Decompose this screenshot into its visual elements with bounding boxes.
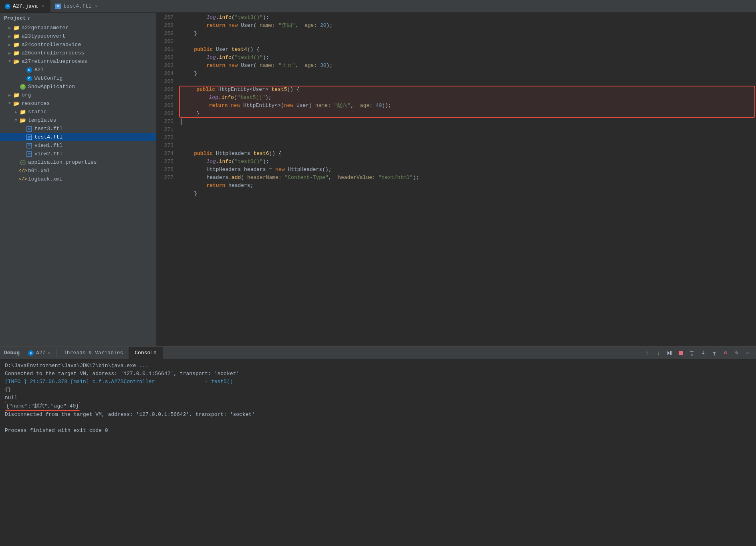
step-over-btn[interactable] — [687, 348, 697, 358]
code-lines[interactable]: log.info("test3()"); return new User( na… — [178, 13, 756, 346]
tree-item-A27class-label: A27 — [34, 67, 44, 73]
tree-item-WebConfig-label: WebConfig — [34, 75, 62, 81]
chevron-down-icon: ▼ — [13, 118, 19, 122]
highlighted-block: public HttpEntity<User> test5() { log.in… — [181, 86, 754, 118]
tab-console[interactable]: Console — [129, 347, 163, 359]
tree-item-a27[interactable]: ▼ 📂 a27returnvalueprocess — [0, 57, 156, 66]
code-line-258: return new User( name: "李四", age: 20); — [178, 22, 756, 30]
tree-item-a24[interactable]: ▶ 📁 a24controlleradvice — [0, 40, 156, 49]
main-area: Project ∨ ▶ 📁 a22getparameter ▶ 📁 a23typ… — [0, 13, 756, 346]
code-editor: 257 258 259 260 261 262 263 264 265 266 … — [156, 13, 756, 346]
code-line-268: return new HttpEntity<>(new User( name: … — [181, 102, 754, 110]
code-line-259: } — [178, 30, 756, 38]
debug-session-label: A27 — [36, 350, 45, 356]
ftl-file-icon — [26, 143, 33, 149]
step-into-btn[interactable] — [698, 348, 708, 358]
clear-btn[interactable]: ⊘ — [721, 348, 730, 358]
code-line-269: } — [181, 110, 754, 118]
ftl-file-icon — [26, 126, 33, 132]
tree-item-a26-label: a26controllerprocess — [22, 50, 84, 56]
code-line-271: public HttpHeaders test6() { — [178, 150, 756, 158]
bottom-tabs-bar: Debug C A27 ✕ Threads & Variables Consol… — [0, 347, 756, 359]
folder-icon: 📁 — [13, 34, 20, 39]
chevron-right-icon: ▶ — [6, 51, 13, 56]
tab-test4ftl-close[interactable]: ✕ — [94, 3, 99, 9]
tree-item-templates[interactable]: ▼ 📂 templates — [0, 116, 156, 124]
tab-a27java[interactable]: C A27.java ✕ — [0, 0, 50, 12]
tree-item-a26[interactable]: ▶ 📁 a26controllerprocess — [0, 49, 156, 57]
tree-item-a23[interactable]: ▶ 📁 a23typeconvert — [0, 32, 156, 40]
chevron-right-icon: ▶ — [13, 110, 19, 114]
tab-test4ftl[interactable]: ≡ test4.ftl ✕ — [50, 0, 104, 12]
xml-icon: </> — [19, 168, 26, 174]
tree-item-a22-label: a22getparameter — [22, 25, 69, 31]
tree-item-resources[interactable]: ▼ 📂 resources — [0, 99, 156, 108]
tree-item-test3ftl[interactable]: test3.ftl — [0, 124, 156, 133]
tree-item-a22[interactable]: ▶ 📁 a22getparameter — [0, 24, 156, 32]
tree-item-b01xml-label: b01.xml — [28, 168, 50, 174]
code-line-276: } — [178, 190, 756, 198]
debug-session-close[interactable]: ✕ — [48, 350, 50, 355]
console-line-process: Process finished with exit code 0 — [5, 427, 751, 435]
code-line-274: headers.add( headerName: "Content-Type",… — [178, 174, 756, 182]
debug-toolbar: ↑ ↓ — [639, 348, 756, 358]
tree-item-ShowApp[interactable]: 🌱 ShowApplication — [0, 82, 156, 91]
folder-icon: 📁 — [13, 42, 20, 48]
code-line-264: } — [178, 70, 756, 78]
svg-rect-18 — [671, 351, 672, 355]
tree-item-static[interactable]: ▶ 📁 static — [0, 108, 156, 116]
tree-item-static-label: static — [28, 109, 47, 115]
tree-item-view1ftl-label: view1.ftl — [34, 143, 62, 149]
code-line-270 — [178, 118, 756, 150]
console-method-link[interactable]: test5() — [211, 379, 233, 385]
more-btn[interactable]: ⋯ — [743, 348, 753, 358]
chevron-down-icon: ▼ — [6, 59, 13, 64]
tab-threads-variables[interactable]: Threads & Variables — [58, 347, 129, 359]
java-class-icon: C — [26, 76, 33, 81]
tree-item-view1ftl[interactable]: view1.ftl — [0, 141, 156, 150]
resume-btn[interactable] — [665, 348, 674, 358]
tree-item-view2ftl-label: view2.ftl — [34, 151, 62, 157]
tree-item-view2ftl[interactable]: view2.ftl — [0, 150, 156, 158]
folder-open-icon: 📂 — [13, 59, 20, 64]
edit-btn[interactable]: ✎ — [732, 348, 742, 358]
tree-item-a23-label: a23typeconvert — [22, 33, 65, 39]
code-line-277 — [178, 198, 756, 206]
chevron-right-icon: ▶ — [6, 42, 13, 47]
scroll-up-btn[interactable]: ↑ — [642, 348, 652, 358]
folder-icon: 📁 — [19, 109, 26, 115]
tab-a27java-close[interactable]: ✕ — [40, 3, 45, 9]
chevron-right-icon: ▶ — [6, 93, 13, 98]
chevron-right-icon: ▶ — [6, 26, 13, 30]
tree-item-WebConfig[interactable]: C WebConfig — [0, 74, 156, 82]
step-out-btn[interactable] — [710, 348, 719, 358]
scroll-down-btn[interactable]: ↓ — [653, 348, 663, 358]
separator — [56, 349, 56, 357]
debug-title: Debug — [0, 350, 24, 356]
tree-item-org-label: org — [22, 92, 31, 98]
tree-item-A27class[interactable]: C A27 — [0, 66, 156, 74]
line-numbers: 257 258 259 260 261 262 263 264 265 266 … — [156, 13, 178, 346]
console-line-null: null — [5, 394, 751, 402]
stop-btn[interactable] — [676, 348, 685, 358]
svg-rect-19 — [679, 351, 683, 355]
tree-item-templates-label: templates — [28, 117, 56, 123]
debug-session-tab[interactable]: C A27 ✕ — [24, 350, 54, 356]
tab-test4ftl-label: test4.ftl — [63, 3, 91, 9]
code-line-260 — [178, 38, 756, 46]
console-line-connected: Connected to the target VM, address: '12… — [5, 370, 751, 378]
tree-item-org[interactable]: ▶ 📁 org — [0, 91, 156, 99]
tree-item-logbackxml[interactable]: </> logback.xml — [0, 175, 156, 183]
chevron-right-icon: ▶ — [6, 34, 13, 39]
code-line-261: public User test4() { — [178, 46, 756, 54]
tree-item-appprops[interactable]: application.properties — [0, 158, 156, 167]
console-line-blank — [5, 419, 751, 427]
bottom-panel: Debug C A27 ✕ Threads & Variables Consol… — [0, 346, 756, 546]
tree-item-test4ftl[interactable]: test4.ftl — [0, 133, 156, 141]
debug-label: Debug — [4, 350, 20, 356]
folder-open-icon: 📂 — [13, 101, 20, 106]
console-output[interactable]: D:\JavaEnvironment\Java\JDK17\bin\java.e… — [0, 359, 756, 546]
project-header[interactable]: Project ∨ — [0, 13, 156, 24]
chevron-down-icon: ▼ — [6, 101, 13, 106]
tree-item-b01xml[interactable]: </> b01.xml — [0, 167, 156, 175]
